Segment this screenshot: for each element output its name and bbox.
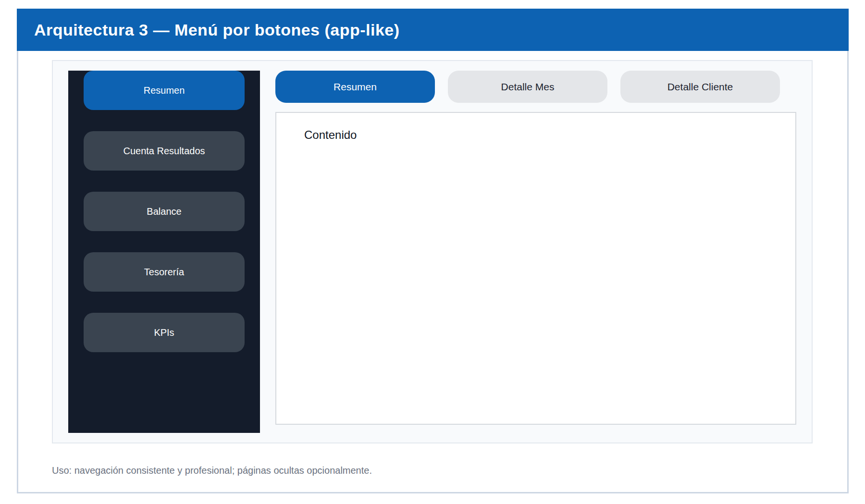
sidebar-item-balance[interactable]: Balance: [84, 192, 245, 231]
main-column: Resumen Detalle Mes Detalle Cliente Cont…: [275, 71, 796, 433]
usage-note: Uso: navegación consistente y profesiona…: [52, 465, 847, 476]
content-title: Contenido: [304, 128, 795, 142]
sidebar-item-resumen[interactable]: Resumen: [84, 71, 245, 110]
app-card: Arquitectura 3 — Menú por botones (app-l…: [17, 9, 849, 493]
content-area: Contenido: [275, 112, 796, 425]
tab-detalle-cliente[interactable]: Detalle Cliente: [620, 71, 780, 103]
main-panel: Resumen Cuenta Resultados Balance Tesore…: [52, 60, 813, 443]
page-title: Arquitectura 3 — Menú por botones (app-l…: [34, 21, 400, 39]
tab-bar: Resumen Detalle Mes Detalle Cliente: [275, 71, 796, 103]
app-header: Arquitectura 3 — Menú por botones (app-l…: [17, 9, 849, 51]
sidebar-item-kpis[interactable]: KPIs: [84, 313, 245, 352]
tab-detalle-mes[interactable]: Detalle Mes: [448, 71, 607, 103]
sidebar-item-tesoreria[interactable]: Tesorería: [84, 252, 245, 292]
sidebar-item-cuenta-resultados[interactable]: Cuenta Resultados: [84, 131, 245, 171]
tab-resumen[interactable]: Resumen: [275, 71, 435, 103]
sidebar: Resumen Cuenta Resultados Balance Tesore…: [68, 71, 260, 433]
